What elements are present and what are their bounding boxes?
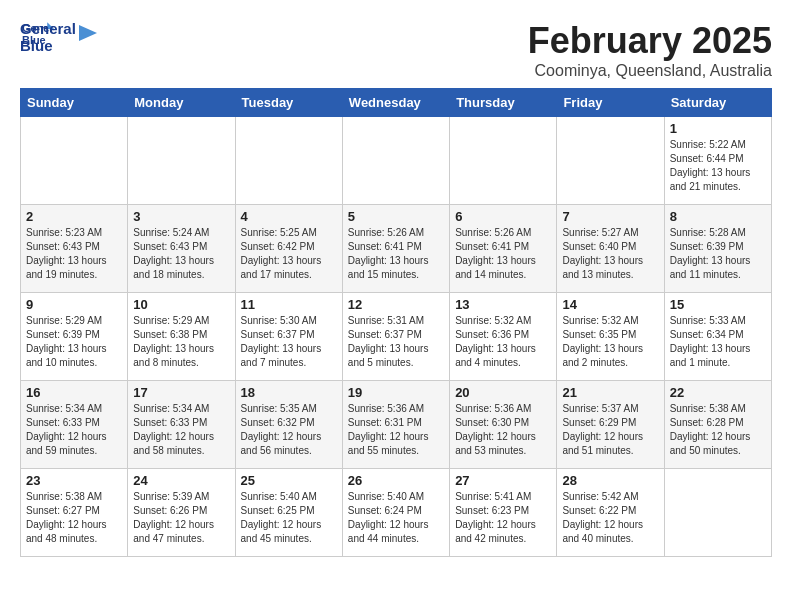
- calendar-cell: 1Sunrise: 5:22 AM Sunset: 6:44 PM Daylig…: [664, 117, 771, 205]
- weekday-header-friday: Friday: [557, 89, 664, 117]
- weekday-header-monday: Monday: [128, 89, 235, 117]
- calendar-cell: 16Sunrise: 5:34 AM Sunset: 6:33 PM Dayli…: [21, 381, 128, 469]
- day-info: Sunrise: 5:30 AM Sunset: 6:37 PM Dayligh…: [241, 314, 337, 370]
- day-number: 7: [562, 209, 658, 224]
- calendar-cell: [21, 117, 128, 205]
- day-info: Sunrise: 5:39 AM Sunset: 6:26 PM Dayligh…: [133, 490, 229, 546]
- calendar-cell: 21Sunrise: 5:37 AM Sunset: 6:29 PM Dayli…: [557, 381, 664, 469]
- calendar-cell: 18Sunrise: 5:35 AM Sunset: 6:32 PM Dayli…: [235, 381, 342, 469]
- logo-blue: Blue: [20, 37, 76, 54]
- day-number: 9: [26, 297, 122, 312]
- svg-marker-3: [79, 25, 97, 41]
- calendar-cell: 6Sunrise: 5:26 AM Sunset: 6:41 PM Daylig…: [450, 205, 557, 293]
- day-number: 1: [670, 121, 766, 136]
- calendar-cell: 27Sunrise: 5:41 AM Sunset: 6:23 PM Dayli…: [450, 469, 557, 557]
- logo-container: General Blue: [20, 20, 97, 55]
- day-number: 17: [133, 385, 229, 400]
- calendar-cell: 22Sunrise: 5:38 AM Sunset: 6:28 PM Dayli…: [664, 381, 771, 469]
- calendar-cell: 26Sunrise: 5:40 AM Sunset: 6:24 PM Dayli…: [342, 469, 449, 557]
- weekday-header-row: SundayMondayTuesdayWednesdayThursdayFrid…: [21, 89, 772, 117]
- day-number: 10: [133, 297, 229, 312]
- day-number: 14: [562, 297, 658, 312]
- calendar-cell: 10Sunrise: 5:29 AM Sunset: 6:38 PM Dayli…: [128, 293, 235, 381]
- logo-general: General: [20, 20, 76, 37]
- weekday-header-tuesday: Tuesday: [235, 89, 342, 117]
- calendar-title: February 2025: [20, 20, 772, 62]
- day-info: Sunrise: 5:33 AM Sunset: 6:34 PM Dayligh…: [670, 314, 766, 370]
- day-info: Sunrise: 5:38 AM Sunset: 6:27 PM Dayligh…: [26, 490, 122, 546]
- weekday-header-saturday: Saturday: [664, 89, 771, 117]
- calendar-cell: 15Sunrise: 5:33 AM Sunset: 6:34 PM Dayli…: [664, 293, 771, 381]
- day-number: 22: [670, 385, 766, 400]
- week-row-4: 16Sunrise: 5:34 AM Sunset: 6:33 PM Dayli…: [21, 381, 772, 469]
- week-row-3: 9Sunrise: 5:29 AM Sunset: 6:39 PM Daylig…: [21, 293, 772, 381]
- day-number: 5: [348, 209, 444, 224]
- calendar-subtitle: Coominya, Queensland, Australia: [20, 62, 772, 80]
- logo-text: General Blue: [20, 20, 76, 55]
- day-info: Sunrise: 5:40 AM Sunset: 6:24 PM Dayligh…: [348, 490, 444, 546]
- day-number: 3: [133, 209, 229, 224]
- day-info: Sunrise: 5:23 AM Sunset: 6:43 PM Dayligh…: [26, 226, 122, 282]
- day-number: 24: [133, 473, 229, 488]
- week-row-1: 1Sunrise: 5:22 AM Sunset: 6:44 PM Daylig…: [21, 117, 772, 205]
- day-number: 8: [670, 209, 766, 224]
- day-number: 20: [455, 385, 551, 400]
- day-info: Sunrise: 5:25 AM Sunset: 6:42 PM Dayligh…: [241, 226, 337, 282]
- day-number: 6: [455, 209, 551, 224]
- day-info: Sunrise: 5:28 AM Sunset: 6:39 PM Dayligh…: [670, 226, 766, 282]
- day-number: 4: [241, 209, 337, 224]
- calendar-cell: 8Sunrise: 5:28 AM Sunset: 6:39 PM Daylig…: [664, 205, 771, 293]
- day-info: Sunrise: 5:22 AM Sunset: 6:44 PM Dayligh…: [670, 138, 766, 194]
- day-number: 18: [241, 385, 337, 400]
- day-info: Sunrise: 5:31 AM Sunset: 6:37 PM Dayligh…: [348, 314, 444, 370]
- calendar-cell: 24Sunrise: 5:39 AM Sunset: 6:26 PM Dayli…: [128, 469, 235, 557]
- weekday-header-sunday: Sunday: [21, 89, 128, 117]
- calendar-cell: 12Sunrise: 5:31 AM Sunset: 6:37 PM Dayli…: [342, 293, 449, 381]
- calendar-cell: 11Sunrise: 5:30 AM Sunset: 6:37 PM Dayli…: [235, 293, 342, 381]
- calendar-cell: 23Sunrise: 5:38 AM Sunset: 6:27 PM Dayli…: [21, 469, 128, 557]
- day-number: 11: [241, 297, 337, 312]
- day-info: Sunrise: 5:38 AM Sunset: 6:28 PM Dayligh…: [670, 402, 766, 458]
- day-number: 23: [26, 473, 122, 488]
- calendar-cell: 25Sunrise: 5:40 AM Sunset: 6:25 PM Dayli…: [235, 469, 342, 557]
- logo-icon: [79, 25, 97, 49]
- day-info: Sunrise: 5:29 AM Sunset: 6:38 PM Dayligh…: [133, 314, 229, 370]
- calendar-cell: 28Sunrise: 5:42 AM Sunset: 6:22 PM Dayli…: [557, 469, 664, 557]
- weekday-header-thursday: Thursday: [450, 89, 557, 117]
- day-number: 25: [241, 473, 337, 488]
- calendar-cell: 13Sunrise: 5:32 AM Sunset: 6:36 PM Dayli…: [450, 293, 557, 381]
- calendar-cell: [342, 117, 449, 205]
- day-number: 12: [348, 297, 444, 312]
- day-number: 13: [455, 297, 551, 312]
- day-number: 15: [670, 297, 766, 312]
- day-number: 16: [26, 385, 122, 400]
- day-info: Sunrise: 5:26 AM Sunset: 6:41 PM Dayligh…: [348, 226, 444, 282]
- day-number: 28: [562, 473, 658, 488]
- day-number: 27: [455, 473, 551, 488]
- week-row-2: 2Sunrise: 5:23 AM Sunset: 6:43 PM Daylig…: [21, 205, 772, 293]
- day-info: Sunrise: 5:36 AM Sunset: 6:31 PM Dayligh…: [348, 402, 444, 458]
- calendar-cell: [235, 117, 342, 205]
- day-number: 21: [562, 385, 658, 400]
- calendar-cell: 4Sunrise: 5:25 AM Sunset: 6:42 PM Daylig…: [235, 205, 342, 293]
- day-number: 2: [26, 209, 122, 224]
- day-info: Sunrise: 5:36 AM Sunset: 6:30 PM Dayligh…: [455, 402, 551, 458]
- day-info: Sunrise: 5:24 AM Sunset: 6:43 PM Dayligh…: [133, 226, 229, 282]
- day-info: Sunrise: 5:34 AM Sunset: 6:33 PM Dayligh…: [26, 402, 122, 458]
- calendar-cell: 17Sunrise: 5:34 AM Sunset: 6:33 PM Dayli…: [128, 381, 235, 469]
- day-info: Sunrise: 5:40 AM Sunset: 6:25 PM Dayligh…: [241, 490, 337, 546]
- weekday-header-wednesday: Wednesday: [342, 89, 449, 117]
- day-info: Sunrise: 5:41 AM Sunset: 6:23 PM Dayligh…: [455, 490, 551, 546]
- day-info: Sunrise: 5:34 AM Sunset: 6:33 PM Dayligh…: [133, 402, 229, 458]
- day-info: Sunrise: 5:32 AM Sunset: 6:35 PM Dayligh…: [562, 314, 658, 370]
- day-info: Sunrise: 5:42 AM Sunset: 6:22 PM Dayligh…: [562, 490, 658, 546]
- day-info: Sunrise: 5:29 AM Sunset: 6:39 PM Dayligh…: [26, 314, 122, 370]
- calendar-cell: 3Sunrise: 5:24 AM Sunset: 6:43 PM Daylig…: [128, 205, 235, 293]
- calendar-cell: [664, 469, 771, 557]
- day-info: Sunrise: 5:27 AM Sunset: 6:40 PM Dayligh…: [562, 226, 658, 282]
- day-info: Sunrise: 5:37 AM Sunset: 6:29 PM Dayligh…: [562, 402, 658, 458]
- calendar-cell: 14Sunrise: 5:32 AM Sunset: 6:35 PM Dayli…: [557, 293, 664, 381]
- day-info: Sunrise: 5:26 AM Sunset: 6:41 PM Dayligh…: [455, 226, 551, 282]
- calendar-table: SundayMondayTuesdayWednesdayThursdayFrid…: [20, 88, 772, 557]
- calendar-cell: 7Sunrise: 5:27 AM Sunset: 6:40 PM Daylig…: [557, 205, 664, 293]
